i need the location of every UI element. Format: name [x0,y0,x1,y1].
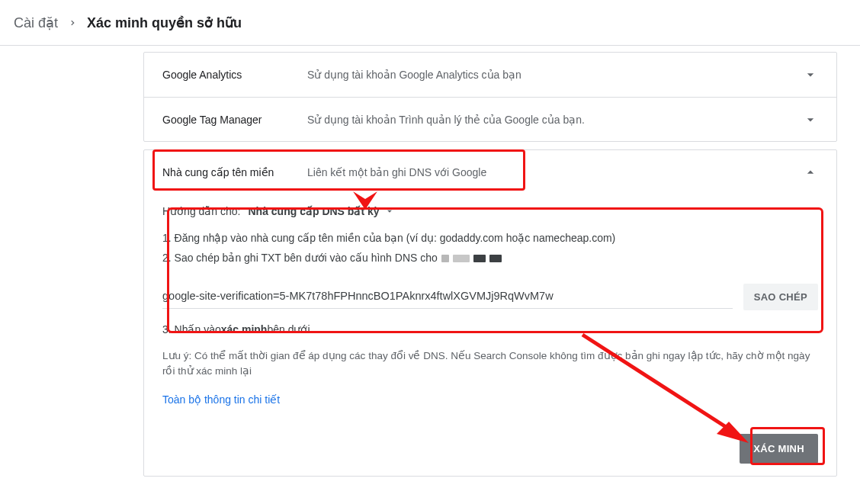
dns-step-2: 2. Sao chép bản ghi TXT bên dưới vào cấu… [162,249,818,266]
method-desc: Sử dụng tài khoản Trình quản lý thẻ của … [307,114,803,126]
dns-provider-select[interactable]: Nhà cung cấp DNS bất kỳ [249,205,395,217]
dropdown-icon [384,206,395,217]
verify-button[interactable]: XÁC MINH [740,434,818,464]
method-google-analytics[interactable]: Google Analytics Sử dụng tài khoản Googl… [144,53,836,97]
chevron-down-icon [803,112,818,127]
method-desc: Sử dụng tài khoản Google Analytics của b… [307,69,803,81]
page-title: Xác minh quyền sở hữu [87,14,242,31]
chevron-up-icon [803,165,818,180]
method-title: Google Analytics [162,69,307,81]
method-google-tag-manager[interactable]: Google Tag Manager Sử dụng tài khoản Trì… [144,97,836,141]
method-dns-card: Nhà cung cấp tên miền Liên kết một bản g… [143,149,837,477]
instructions-for-label: Hướng dẫn cho: [162,205,241,217]
method-title: Google Tag Manager [162,114,307,126]
collapsed-methods-card: Google Analytics Sử dụng tài khoản Googl… [143,52,837,142]
dns-panel-body: Hướng dẫn cho: Nhà cung cấp DNS bất kỳ 1… [144,194,836,423]
dns-note: Lưu ý: Có thể mất thời gian để áp dụng c… [162,348,818,380]
breadcrumb: Cài đặt Xác minh quyền sở hữu [0,0,860,46]
dns-provider-value: Nhà cung cấp DNS bất kỳ [249,205,380,217]
chevron-right-icon [69,19,76,27]
chevron-down-icon [803,67,818,82]
dns-step-3: 3. Nhấn vào xác minh bên dưới [162,321,818,338]
method-title: Nhà cung cấp tên miền [162,166,307,178]
breadcrumb-settings[interactable]: Cài đặt [14,14,58,31]
redacted-block [441,255,449,262]
redacted-block [489,255,502,262]
copy-button[interactable]: SAO CHÉP [743,284,818,310]
txt-record-input[interactable] [162,285,733,309]
redacted-block [453,255,470,262]
method-dns-header[interactable]: Nhà cung cấp tên miền Liên kết một bản g… [144,150,836,194]
dns-step-1: 1. Đăng nhập vào nhà cung cấp tên miền c… [162,230,818,246]
full-details-link[interactable]: Toàn bộ thông tin chi tiết [162,393,280,406]
method-desc: Liên kết một bản ghi DNS với Google [307,166,803,178]
redacted-block [473,255,486,262]
